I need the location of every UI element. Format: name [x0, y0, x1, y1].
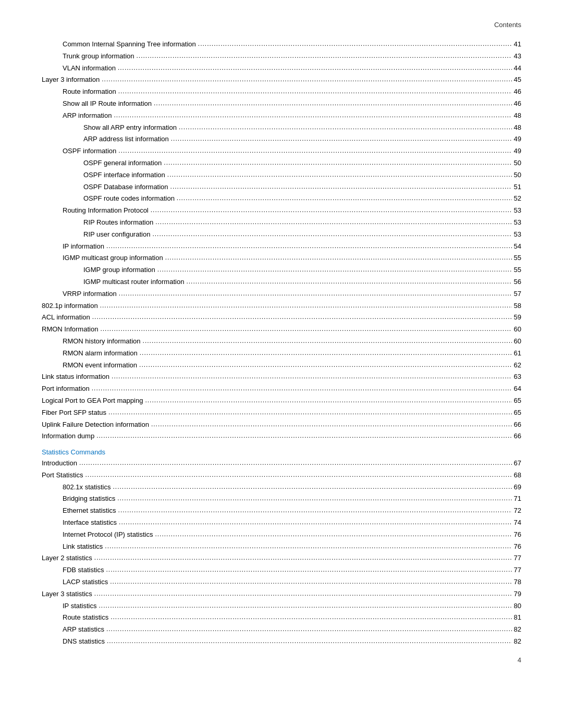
- toc-dots: [186, 276, 511, 287]
- toc-page: 57: [514, 289, 521, 300]
- toc-title: OSPF route codes information: [83, 193, 175, 204]
- toc-dots: [165, 252, 512, 263]
- toc-page: 46: [514, 87, 521, 97]
- toc-entry: OSPF information49: [42, 146, 521, 157]
- toc-title: IP statistics: [63, 601, 97, 612]
- toc-page: 61: [514, 348, 521, 359]
- toc-dots: [155, 529, 511, 540]
- toc-entry: ARP information48: [42, 110, 521, 121]
- toc-title: Show all ARP entry information: [83, 122, 177, 133]
- toc-title: Uplink Failure Detection information: [42, 419, 149, 430]
- toc-entry: Route information46: [42, 87, 521, 97]
- toc-dots: [154, 98, 512, 109]
- toc-dots: [164, 157, 511, 168]
- toc-dots: [119, 288, 512, 299]
- toc-title: 802.1x statistics: [63, 482, 111, 493]
- toc-page: 41: [514, 39, 521, 50]
- toc-page: 55: [514, 265, 521, 276]
- toc-dots: [92, 383, 512, 394]
- toc-dots: [171, 133, 512, 144]
- toc-title: Route statistics: [63, 612, 108, 623]
- toc-dots: [151, 419, 512, 430]
- toc-entry: RIP Routes information53: [42, 217, 521, 228]
- toc-page: 50: [514, 170, 521, 181]
- page-number: 4: [518, 656, 521, 664]
- toc-page: 74: [514, 517, 521, 528]
- toc-page: 66: [514, 431, 521, 442]
- toc-entry: Ethernet statistics72: [42, 505, 521, 516]
- toc-entry: Fiber Port SFP status65: [42, 408, 521, 418]
- page-header: Contents: [42, 21, 521, 29]
- toc-dots: [118, 63, 512, 73]
- toc-entry: Port information64: [42, 384, 521, 394]
- toc-title: Introduction: [42, 458, 77, 469]
- toc-entry: ACL information59: [42, 312, 521, 323]
- toc-page: 64: [514, 384, 521, 394]
- page-container: Contents Common Internal Spanning Tree i…: [0, 0, 563, 680]
- toc-page: 48: [514, 122, 521, 133]
- toc-entry: VRRP information57: [42, 289, 521, 300]
- toc-title: Routing Information Protocol: [63, 205, 149, 216]
- toc-entry: Link status information63: [42, 372, 521, 382]
- toc-page: 72: [514, 505, 521, 516]
- toc-entry: OSPF interface information50: [42, 170, 521, 181]
- toc-dots: [167, 169, 512, 180]
- toc-title: LACP statistics: [63, 577, 108, 588]
- toc-page: 67: [514, 458, 521, 469]
- toc-page: 59: [514, 312, 521, 323]
- toc-title: Information dump: [42, 431, 94, 442]
- toc-entry: 802.1x statistics69: [42, 482, 521, 493]
- toc-title: ARP statistics: [63, 624, 104, 635]
- toc-title: Trunk group information: [63, 51, 134, 62]
- toc-entry: Common Internal Spanning Tree informatio…: [42, 39, 521, 50]
- toc-entry: Routing Information Protocol53: [42, 205, 521, 216]
- toc-title: Interface statistics: [63, 517, 117, 528]
- toc-dots: [106, 564, 511, 575]
- toc-list: Common Internal Spanning Tree informatio…: [42, 39, 521, 442]
- toc-dots: [113, 482, 512, 492]
- toc-title: RIP user configuration: [83, 229, 150, 240]
- toc-title: Fiber Port SFP status: [42, 408, 106, 418]
- toc-entry: Route statistics81: [42, 612, 521, 623]
- toc-page: 76: [514, 541, 521, 552]
- toc-title: Port information: [42, 384, 90, 394]
- toc-page: 65: [514, 408, 521, 418]
- toc-page: 68: [514, 470, 521, 481]
- toc-page: 58: [514, 301, 521, 312]
- toc-dots: [110, 576, 511, 587]
- toc-page: 82: [514, 636, 521, 647]
- toc-page: 60: [514, 336, 521, 347]
- toc-page: 60: [514, 324, 521, 335]
- toc-dots: [106, 241, 512, 252]
- toc-dots: [106, 624, 512, 635]
- toc-dots: [85, 470, 511, 480]
- toc-dots: [139, 360, 511, 371]
- toc-title: Layer 3 statistics: [42, 589, 92, 600]
- toc-entry: Bridging statistics71: [42, 493, 521, 504]
- toc-dots: [105, 541, 511, 552]
- toc-title: VRRP information: [63, 289, 117, 300]
- toc-title: OSPF information: [63, 146, 116, 157]
- toc-title: ACL information: [42, 312, 90, 323]
- toc-entry: DNS statistics82: [42, 636, 521, 647]
- toc-dots: [137, 51, 512, 61]
- toc-page: 76: [514, 529, 521, 540]
- toc-dots: [107, 636, 512, 647]
- toc-title: OSPF interface information: [83, 170, 165, 181]
- toc-title: RMON alarm information: [63, 348, 138, 359]
- toc-dots: [94, 588, 512, 599]
- toc-entry: OSPF Database information51: [42, 182, 521, 193]
- toc-entry: RMON alarm information61: [42, 348, 521, 359]
- toc-title: RIP Routes information: [83, 217, 153, 228]
- toc-page: 77: [514, 553, 521, 564]
- toc-page: 46: [514, 98, 521, 109]
- toc-entry: OSPF route codes information52: [42, 193, 521, 204]
- toc-dots: [151, 205, 512, 216]
- header-label: Contents: [494, 21, 521, 29]
- toc-title: ARP information: [63, 110, 112, 121]
- toc-title: IP information: [63, 241, 104, 252]
- toc-title: IGMP multicast router information: [83, 277, 184, 288]
- toc-dots: [99, 600, 512, 611]
- toc-title: Show all IP Route information: [63, 98, 152, 109]
- toc-title: FDB statistics: [63, 565, 104, 576]
